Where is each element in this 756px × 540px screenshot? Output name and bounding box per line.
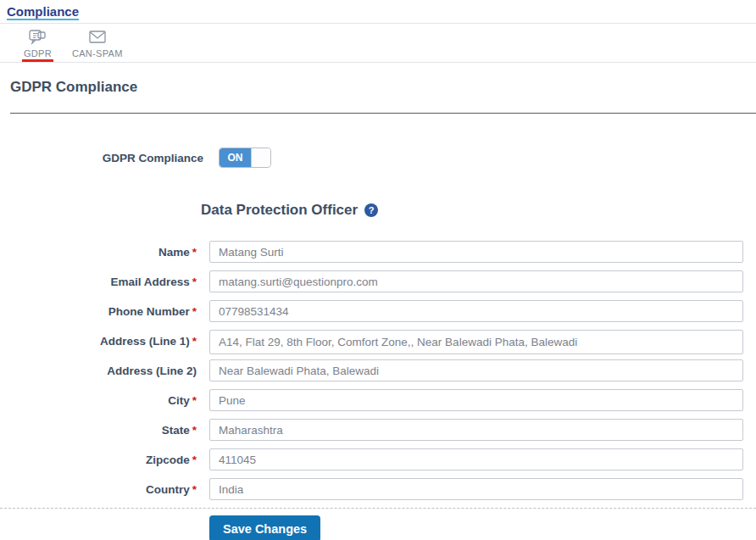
form-row: Name* [0, 241, 756, 263]
compliance-tabbar: GDPR CAN-SPAM [0, 23, 756, 63]
toggle-on-state: ON [220, 148, 251, 167]
form-row: Country* [0, 478, 756, 500]
form-row: Address (Line 2)* [0, 359, 756, 381]
tab-gdpr[interactable]: GDPR [22, 24, 53, 62]
dpo-section-title: Data Protection Officer [201, 202, 358, 219]
tab-gdpr-label: GDPR [24, 48, 52, 58]
state-input[interactable] [209, 419, 743, 441]
form-row: Email Address* [0, 270, 756, 292]
field-label: Address (Line 2) [107, 365, 197, 377]
city-input[interactable] [209, 389, 743, 411]
gdpr-map-icon [28, 28, 47, 46]
field-label: State [162, 424, 190, 437]
save-changes-button[interactable]: Save Changes [209, 515, 320, 540]
form-rows: Name* Email Address* Phone Number* Addre… [0, 241, 756, 500]
phone-number-input[interactable] [209, 300, 743, 322]
dashed-divider [0, 508, 756, 509]
gdpr-compliance-toggle[interactable]: ON [219, 148, 271, 168]
field-label: City [168, 394, 190, 407]
gdpr-toggle-row: GDPR Compliance ON [0, 148, 756, 168]
name-input[interactable] [209, 241, 743, 263]
required-asterisk: * [192, 454, 197, 466]
form-row: State* [0, 419, 756, 441]
address-line-2-input[interactable] [209, 359, 743, 381]
form-row: Address (Line 1)* [0, 330, 756, 352]
form-row: City* [0, 389, 756, 411]
envelope-icon [87, 28, 108, 46]
address-line-1-input[interactable] [209, 330, 743, 354]
required-asterisk: * [192, 424, 197, 437]
tab-can-spam[interactable]: CAN-SPAM [70, 24, 125, 62]
required-asterisk: * [192, 246, 197, 259]
field-label: Zipcode [146, 454, 190, 466]
toggle-knob [251, 148, 270, 167]
field-label: Address (Line 1) [100, 335, 190, 348]
required-asterisk: * [192, 276, 197, 288]
form-row: Phone Number* [0, 300, 756, 322]
email-address-input[interactable] [209, 270, 743, 292]
field-label: Country [146, 483, 190, 496]
required-asterisk: * [192, 335, 197, 348]
required-asterisk: * [192, 483, 197, 496]
field-label: Email Address [110, 276, 189, 288]
title-divider [10, 113, 756, 114]
form-row: Zipcode* [0, 448, 756, 470]
breadcrumb: Compliance [0, 0, 756, 23]
compliance-breadcrumb-link[interactable]: Compliance [7, 4, 79, 20]
country-input[interactable] [209, 478, 743, 500]
gdpr-toggle-label: GDPR Compliance [0, 152, 203, 164]
help-icon[interactable]: ? [364, 203, 378, 217]
tab-can-spam-label: CAN-SPAM [72, 48, 123, 58]
required-asterisk: * [192, 394, 197, 407]
field-label: Name [158, 246, 190, 259]
dpo-section-heading: Data Protection Officer ? [201, 202, 756, 219]
zipcode-input[interactable] [209, 448, 743, 470]
page-title: GDPR Compliance [10, 79, 756, 96]
required-asterisk: * [192, 305, 197, 318]
dpo-form: Name* Email Address* Phone Number* Addre… [0, 241, 756, 540]
field-label: Phone Number [108, 305, 190, 318]
